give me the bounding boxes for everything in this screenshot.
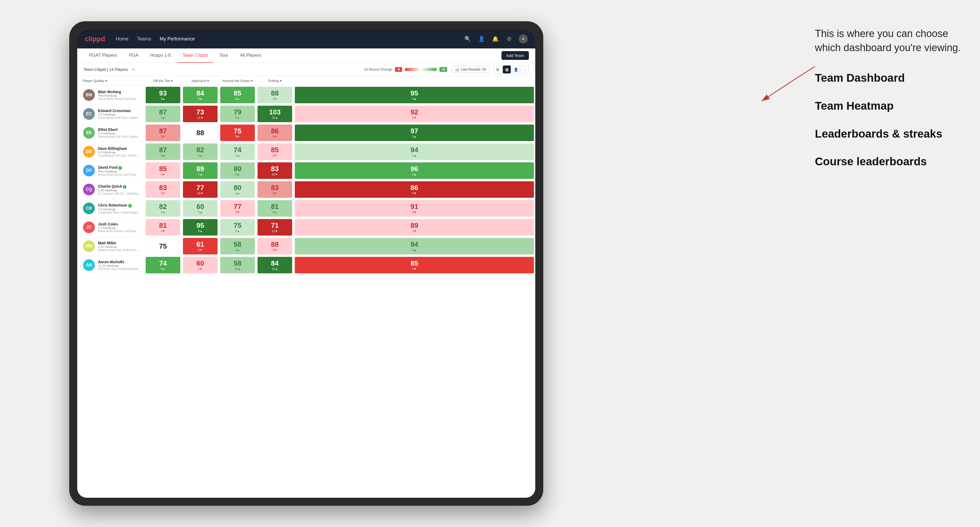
app-logo: clippd xyxy=(85,35,105,43)
table-row[interactable]: ECEdward Crossman1-5 HandicapSunningdale… xyxy=(77,105,535,124)
score-cell: 854▼ xyxy=(293,256,535,275)
navbar: clippd Home Teams My Performance 🔍 👤 🔔 ⚙… xyxy=(77,29,535,48)
table-row[interactable]: DFDavid Ford✓Plus HandicapRoyal North De… xyxy=(77,161,535,180)
tab-team-clippd[interactable]: Team Clippd xyxy=(177,48,213,63)
download-button[interactable]: ↓ xyxy=(521,65,529,73)
team-label: Team Clippd | 14 Players xyxy=(84,67,128,71)
tab-pgat-players[interactable]: PGAT Players xyxy=(84,48,123,63)
score-cell: 773▼ xyxy=(219,199,256,218)
score-cell: 748▲ xyxy=(144,256,181,275)
nav-home[interactable]: Home xyxy=(116,36,129,42)
player-club: Royal North Devon Golf Club, United King… xyxy=(98,173,141,176)
player-club: Royal North Devon Golf Club, United King… xyxy=(98,97,141,100)
user-avatar[interactable]: A xyxy=(519,34,528,43)
score-cell: 941▲ xyxy=(293,142,535,161)
player-cell: EEElliot Ebert1-5 HandicapSunningdale Go… xyxy=(77,124,144,142)
score-cell: 801▲ xyxy=(219,180,256,199)
score-cell: 897▲ xyxy=(181,161,219,180)
score-cell: 803▲ xyxy=(219,161,256,180)
score-cell: 7311▼ xyxy=(181,105,219,124)
score-cell: 943▲ xyxy=(293,237,535,256)
player-avatar: AN xyxy=(83,259,95,271)
nav-icons: 🔍 👤 🔔 ⚙ A xyxy=(463,34,528,43)
score-cell: 75 xyxy=(144,237,181,256)
col-putting: Putting ▾ xyxy=(256,76,293,86)
player-name: Edward Crossman xyxy=(98,109,141,113)
player-club: Royal North Devon Golf Club, United King… xyxy=(98,229,141,233)
add-team-button[interactable]: Add Team xyxy=(501,51,529,60)
tab-pga[interactable]: PGA xyxy=(124,48,144,63)
score-cell: 913▼ xyxy=(293,199,535,218)
table-row[interactable]: CQCharlie Quick✓6-10 HandicapSt. George'… xyxy=(77,180,535,199)
player-cell: DFDavid Ford✓Plus HandicapRoyal North De… xyxy=(77,161,144,180)
annotation-option-4: Course leaderboards xyxy=(815,154,969,169)
score-cell: 873▼ xyxy=(144,124,181,142)
table-header: Player Quality ▾ Off the Tee ▾ Approach … xyxy=(77,76,535,86)
player-name: Elliot Ebert xyxy=(98,127,141,132)
player-club: Sunningdale Golf Club, United Kingdom xyxy=(98,135,141,138)
tab-all-players[interactable]: All Players xyxy=(235,48,267,63)
annotation-intro: This is where you can choose which dashb… xyxy=(815,27,969,55)
score-cell: 882▼ xyxy=(256,237,293,256)
settings-icon[interactable]: ⚙ xyxy=(505,35,514,43)
col-tee: Off the Tee ▾ xyxy=(144,76,181,86)
score-cell: 866▼ xyxy=(256,124,293,142)
score-cell: 584▲ xyxy=(219,237,256,256)
player-cell: BMBlair McHargPlus HandicapRoyal North D… xyxy=(77,86,144,105)
score-cell: 7714▼ xyxy=(181,180,219,199)
last-rounds-button[interactable]: 📊 Last Rounds: 20 xyxy=(451,66,490,73)
content-area: Player Quality ▾ Off the Tee ▾ Approach … xyxy=(77,76,535,498)
player-handicap: 1-5 Handicap xyxy=(98,132,141,135)
score-cell: 871▲ xyxy=(144,105,181,124)
table-row[interactable]: BMBlair McHargPlus HandicapRoyal North D… xyxy=(77,86,535,105)
score-cell: 853▼ xyxy=(144,161,181,180)
table-body: BMBlair McHargPlus HandicapRoyal North D… xyxy=(77,86,535,275)
annotation-container: This is where you can choose which dashb… xyxy=(815,27,969,169)
gradient-bar xyxy=(405,68,437,71)
player-handicap: 1-5 Handicap xyxy=(98,151,141,154)
table-row[interactable]: ANAaron Nicholls11-15 HandicapDrift Golf… xyxy=(77,256,535,275)
player-club: Drift Golf Club, United Kingdom xyxy=(98,267,139,270)
annotation-option-3: Leaderboards & streaks xyxy=(815,127,969,141)
table-row[interactable]: JCJosh Coles1-5 HandicapRoyal North Devo… xyxy=(77,218,535,237)
chart-view-button[interactable]: 👤 xyxy=(512,65,520,73)
table-row[interactable]: EEElliot Ebert1-5 HandicapSunningdale Go… xyxy=(77,124,535,142)
score-cell: 868▼ xyxy=(293,180,535,199)
score-cell: 88 xyxy=(181,124,219,142)
nav-teams[interactable]: Teams xyxy=(137,36,151,42)
player-name: Chris Robertson✓ xyxy=(98,203,141,208)
player-handicap: 6-10 Handicap xyxy=(98,189,141,192)
player-cell: JCJosh Coles1-5 HandicapRoyal North Devo… xyxy=(77,218,144,237)
user-icon[interactable]: 👤 xyxy=(477,35,486,43)
grid-view-button[interactable]: ⊞ xyxy=(494,65,502,73)
score-cell: 752▲ xyxy=(219,218,256,237)
score-cell: 836▼ xyxy=(256,180,293,199)
player-cell: CRChris Robertson✓1-5 HandicapCraigmilla… xyxy=(77,199,144,218)
nav-my-performance[interactable]: My Performance xyxy=(160,36,195,42)
bell-icon[interactable]: 🔔 xyxy=(491,35,500,43)
score-cell: 613▼ xyxy=(181,237,219,256)
score-cell: 601▼ xyxy=(181,256,219,275)
player-handicap: 1-5 Handicap xyxy=(98,226,141,229)
score-cell: 939▲ xyxy=(144,86,181,105)
score-cell: 799▲ xyxy=(219,105,256,124)
player-avatar: BM xyxy=(83,89,95,101)
last-rounds-label: 📊 xyxy=(455,67,459,71)
score-cell: 753▼ xyxy=(219,124,256,142)
score-cell: 814▲ xyxy=(256,199,293,218)
tab-hcaps[interactable]: Hcaps 1-5 xyxy=(145,48,176,63)
player-cell: MMMatt Miller6-10 HandicapWoburn Golf Cl… xyxy=(77,237,144,256)
annotation-arrow xyxy=(740,59,820,112)
player-name: Blair McHarg xyxy=(98,90,141,94)
table-row[interactable]: CRChris Robertson✓1-5 HandicapCraigmilla… xyxy=(77,199,535,218)
heatmap-view-button[interactable]: ▦ xyxy=(503,65,511,73)
table-row[interactable]: MMMatt Miller6-10 HandicapWoburn Golf Cl… xyxy=(77,237,535,256)
player-club: Gog Magog Golf Club, United Kingdom xyxy=(98,154,141,157)
tab-tour[interactable]: Tour xyxy=(214,48,234,63)
edit-icon[interactable]: ✏ xyxy=(132,67,135,72)
table-row[interactable]: DBDave Billingham1-5 HandicapGog Magog G… xyxy=(77,142,535,161)
data-table: Player Quality ▾ Off the Tee ▾ Approach … xyxy=(77,76,535,275)
search-icon[interactable]: 🔍 xyxy=(463,35,472,43)
player-avatar: CR xyxy=(83,203,95,214)
player-handicap: 1-5 Handicap xyxy=(98,208,141,211)
